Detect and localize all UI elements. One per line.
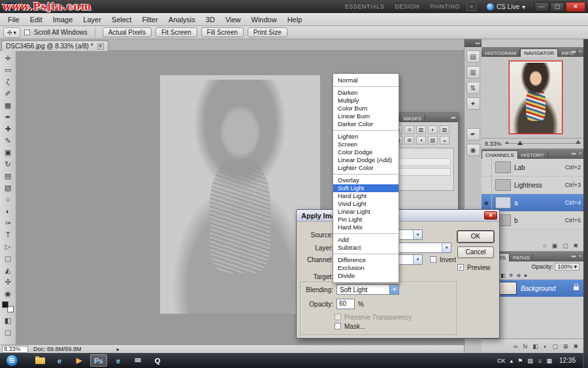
browser-button[interactable]: e — [110, 354, 127, 367]
save-selection-icon[interactable]: ▣ — [551, 243, 557, 249]
tab-history[interactable]: HISTORY — [518, 151, 548, 159]
3d-rotate-tool[interactable]: ◭ — [1, 264, 15, 276]
fit-screen-button[interactable]: Fit Screen — [155, 27, 197, 37]
pen-tool[interactable]: ✑ — [1, 217, 15, 229]
dock-collapse-button[interactable]: ◂◂ — [465, 39, 482, 47]
history-panel-button[interactable]: ▤ — [466, 50, 480, 63]
marquee-tool[interactable]: ▭ — [1, 64, 15, 76]
channel-row-lightness[interactable]: Lightness Ctrl+3 — [482, 176, 583, 194]
tab-masks[interactable]: MASKS — [400, 114, 425, 122]
start-button[interactable]: ⊞ — [6, 354, 18, 367]
input-language-indicator[interactable]: CK — [497, 358, 506, 364]
workspace-overflow-button[interactable]: » — [466, 2, 476, 11]
tab-paths[interactable]: PATHS — [510, 254, 533, 261]
restore-button[interactable]: ▢ — [550, 2, 564, 12]
mail-button[interactable]: ✉ — [129, 354, 146, 367]
dialog-close-button[interactable]: ✕ — [484, 211, 497, 220]
current-tool-badge[interactable]: ✣ ▾ — [3, 27, 20, 38]
blend-option-add[interactable]: Add — [333, 236, 399, 244]
menu-analysis[interactable]: Analysis — [163, 16, 201, 24]
close-icon[interactable]: ✕ — [97, 43, 104, 50]
path-selection-tool[interactable]: ▷ — [1, 241, 15, 252]
blend-option-color-dodge[interactable]: Color Dodge — [333, 148, 399, 156]
blend-option-screen[interactable]: Screen — [333, 141, 399, 148]
dodge-tool[interactable]: ◐ — [1, 205, 15, 217]
document-tab[interactable]: DSC3456.jpg @ 8.33% (a/8) * ✕ — [1, 41, 108, 51]
foreground-color-swatch[interactable] — [2, 301, 8, 308]
mask-checkbox[interactable] — [335, 323, 341, 329]
menu-layer[interactable]: Layer — [78, 16, 106, 24]
blend-option-hard-mix[interactable]: Hard Mix — [333, 224, 399, 231]
blend-option-hard-light[interactable]: Hard Light — [333, 192, 399, 200]
close-button[interactable]: ✕ — [566, 2, 585, 12]
lock-position-icon[interactable]: ✛ — [509, 273, 514, 278]
qq-button[interactable]: Q — [149, 354, 166, 367]
navigator-zoom-value[interactable]: 8.33% — [485, 141, 502, 147]
eyedropper-tool[interactable]: ✒ — [1, 111, 15, 123]
workspace-design[interactable]: DESIGN — [395, 3, 420, 10]
history-brush-tool[interactable]: ↻ — [1, 158, 15, 170]
blend-option-exclusion[interactable]: Exclusion — [333, 264, 399, 272]
cs-live-button[interactable]: CS Live ▾ — [487, 3, 525, 10]
preview-checkbox[interactable] — [457, 264, 464, 271]
delete-layer-icon[interactable]: ✖ — [573, 343, 578, 350]
crop-tool[interactable]: ▦ — [1, 99, 15, 111]
cancel-button[interactable]: Cancel — [457, 246, 494, 258]
adjustment-icon[interactable]: ▥ — [416, 125, 426, 134]
load-selection-icon[interactable]: ○ — [543, 243, 546, 249]
menu-help[interactable]: Help — [282, 16, 308, 24]
windows-explorer-button[interactable] — [31, 354, 48, 367]
zoom-in-icon[interactable] — [576, 140, 581, 144]
internet-explorer-button[interactable]: e — [51, 354, 68, 367]
blend-option-multiply[interactable]: Multiply — [333, 97, 399, 105]
blend-option-divide[interactable]: Divide — [333, 272, 399, 280]
ok-button[interactable]: OK — [457, 231, 494, 243]
network-icon[interactable]: ▨ — [527, 358, 533, 364]
panel-expand-icon[interactable]: ▸▸ — [572, 49, 576, 54]
adjustment-icon[interactable]: ⊞ — [404, 136, 414, 144]
menu-filter[interactable]: Filter — [137, 16, 163, 24]
menu-view[interactable]: View — [220, 16, 246, 24]
clone-source-panel-button[interactable]: ◉ — [466, 144, 480, 156]
blend-option-difference[interactable]: Difference — [333, 256, 399, 264]
workspace-essentials[interactable]: ESSENTIALS — [345, 3, 385, 10]
layer-mask-icon[interactable]: ◧ — [532, 343, 538, 350]
blend-option-normal[interactable]: Normal — [333, 76, 399, 84]
tab-navigator[interactable]: NAVIGATOR — [520, 48, 558, 57]
layer-effects-icon[interactable]: fx — [523, 343, 527, 350]
type-tool[interactable]: T — [1, 229, 15, 241]
panel-menu-icon[interactable]: ≡ — [579, 151, 581, 156]
zoom-field[interactable]: 8.33% — [2, 346, 28, 353]
blend-option-lighten[interactable]: Lighten — [333, 133, 399, 141]
scroll-all-windows-checkbox[interactable] — [24, 29, 30, 35]
blend-option-linear-dodge[interactable]: Linear Dodge (Add) — [333, 156, 399, 164]
show-hidden-icons[interactable]: ▴ — [510, 358, 514, 364]
navigator-proxy-view[interactable] — [509, 61, 563, 134]
action-center-icon[interactable]: ⚑ — [517, 358, 523, 364]
workspace-painting[interactable]: PAINTING — [430, 3, 460, 10]
eraser-tool[interactable]: ▤ — [1, 170, 15, 182]
blend-option-subtract[interactable]: Subtract — [333, 244, 399, 252]
minimize-button[interactable]: — — [534, 2, 549, 12]
print-size-button[interactable]: Print Size — [248, 27, 287, 37]
quick-mask-button[interactable]: ◧ — [1, 314, 15, 326]
show-desktop-button[interactable] — [583, 353, 588, 368]
status-flyout-icon[interactable]: ▸ — [117, 346, 120, 352]
healing-brush-tool[interactable]: ✚ — [1, 123, 15, 135]
screen-mode-button[interactable]: ▢ — [1, 326, 15, 338]
panel-expand-icon[interactable]: ▸▸ — [572, 151, 576, 156]
volume-icon[interactable]: ♫ — [538, 358, 542, 364]
adjustment-layer-icon[interactable]: ◐ — [544, 343, 547, 350]
visibility-toggle[interactable] — [482, 176, 492, 193]
lock-transparency-icon[interactable]: ◧ — [500, 273, 506, 278]
adjustment-icon[interactable]: ⊙ — [404, 125, 414, 134]
tab-channels[interactable]: CHANNELS — [482, 150, 518, 159]
blend-option-darken[interactable]: Darken — [333, 89, 399, 97]
opacity-field[interactable]: 100% ▾ — [555, 263, 580, 271]
move-tool[interactable]: ✛ — [1, 52, 15, 64]
visibility-toggle[interactable] — [482, 159, 492, 176]
quick-selection-tool[interactable]: ✐ — [1, 88, 15, 99]
blend-option-soft-light[interactable]: Soft Light — [333, 184, 399, 192]
effects-panel-button[interactable]: ✦ — [466, 97, 480, 110]
zoom-out-icon[interactable] — [505, 141, 509, 144]
